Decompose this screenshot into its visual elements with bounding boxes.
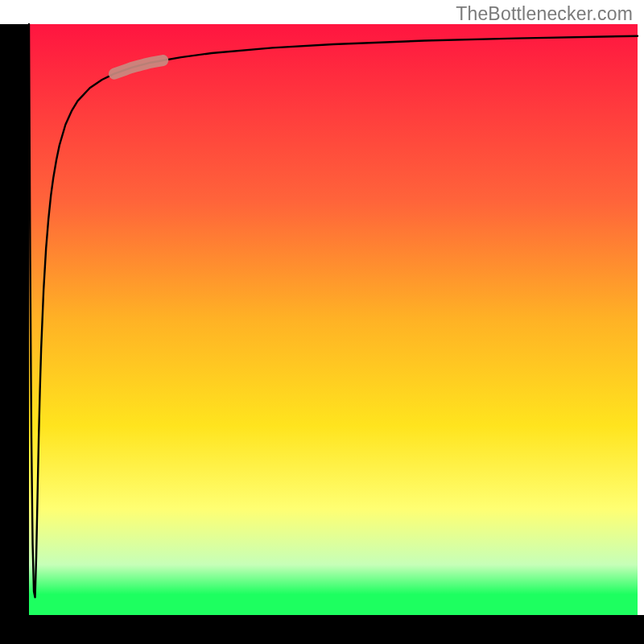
x-axis-bar bbox=[0, 615, 644, 644]
bottleneck-chart bbox=[0, 0, 644, 644]
plot-background bbox=[29, 24, 638, 615]
y-axis-bar bbox=[0, 24, 29, 644]
watermark-label: TheBottlenecker.com bbox=[456, 3, 633, 25]
chart-stage: TheBottlenecker.com bbox=[0, 0, 644, 644]
plot-area bbox=[0, 24, 644, 644]
